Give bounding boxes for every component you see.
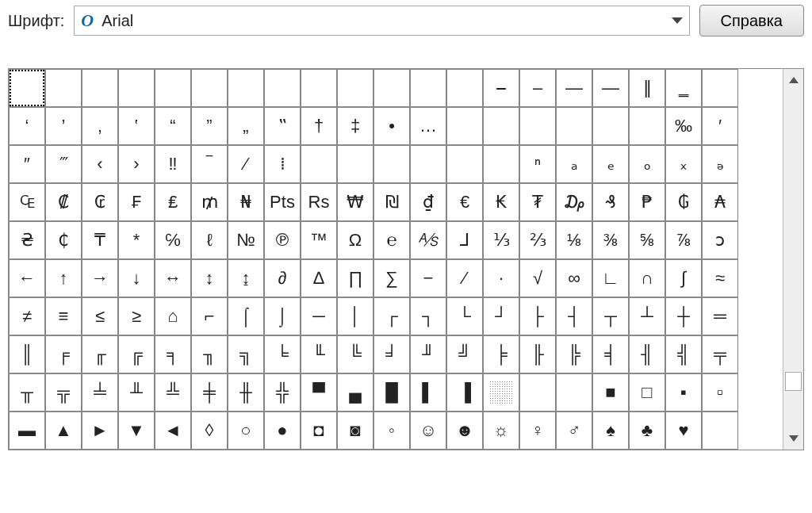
char-cell[interactable]: ₭ <box>483 183 519 221</box>
char-cell[interactable] <box>629 107 665 145</box>
char-cell[interactable]: ▬ <box>9 412 45 450</box>
char-cell[interactable]: ◄ <box>155 412 191 450</box>
char-cell[interactable]: ♀ <box>519 412 556 450</box>
char-cell[interactable]: ≈ <box>702 259 738 297</box>
char-cell[interactable]: ♂ <box>556 412 592 450</box>
char-cell[interactable]: ‒ <box>483 69 519 107</box>
char-cell[interactable]: → <box>82 259 118 297</box>
scroll-down-button[interactable] <box>783 427 803 450</box>
char-cell[interactable]: ∫ <box>665 259 702 297</box>
char-cell[interactable]: ╨ <box>118 373 155 412</box>
char-cell[interactable]: ╞ <box>483 335 519 373</box>
scroll-track[interactable] <box>783 91 803 427</box>
char-cell[interactable]: ☼ <box>483 412 519 450</box>
char-cell[interactable] <box>483 145 519 183</box>
char-cell[interactable]: ₤ <box>155 183 191 221</box>
char-cell[interactable]: ╗ <box>228 335 264 373</box>
char-cell[interactable]: ∞ <box>556 259 592 297</box>
char-cell[interactable]: ⌐ <box>191 297 228 335</box>
char-cell[interactable]: ₪ <box>373 183 410 221</box>
char-cell[interactable]: ∕ <box>446 259 483 297</box>
char-cell[interactable] <box>9 69 45 107</box>
char-cell[interactable]: ╤ <box>702 335 738 373</box>
char-cell[interactable]: ⅍ <box>410 221 446 259</box>
char-cell[interactable] <box>264 69 301 107</box>
char-cell[interactable]: ▀ <box>301 373 337 412</box>
char-cell[interactable]: ╜ <box>410 335 446 373</box>
char-cell[interactable]: ⁄ <box>228 145 264 183</box>
char-cell[interactable]: ₱ <box>629 183 665 221</box>
char-cell[interactable]: ─ <box>301 297 337 335</box>
char-cell[interactable]: ‘ <box>9 107 45 145</box>
char-cell[interactable]: ₫ <box>410 183 446 221</box>
char-cell[interactable]: ‡ <box>337 107 373 145</box>
char-cell[interactable]: ₦ <box>228 183 264 221</box>
char-cell[interactable]: ₴ <box>9 221 45 259</box>
char-cell[interactable] <box>337 69 373 107</box>
char-cell[interactable] <box>228 69 264 107</box>
char-cell[interactable]: ┴ <box>629 297 665 335</box>
char-cell[interactable]: ◦ <box>373 412 410 450</box>
char-cell[interactable]: ⌡ <box>264 297 301 335</box>
char-cell[interactable]: ╒ <box>45 335 82 373</box>
char-cell[interactable] <box>702 412 738 450</box>
char-cell[interactable]: “ <box>155 107 191 145</box>
help-button[interactable]: Справка <box>699 5 804 36</box>
char-cell[interactable] <box>82 69 118 107</box>
char-cell[interactable]: ↓ <box>118 259 155 297</box>
char-cell[interactable]: ” <box>191 107 228 145</box>
char-cell[interactable]: † <box>301 107 337 145</box>
char-cell[interactable]: Pts <box>264 183 301 221</box>
char-cell[interactable]: ┐ <box>410 297 446 335</box>
char-cell[interactable]: ╬ <box>264 373 301 412</box>
char-cell[interactable] <box>446 145 483 183</box>
char-cell[interactable]: ‛ <box>118 107 155 145</box>
char-cell[interactable]: Rs <box>301 183 337 221</box>
char-cell[interactable]: ₵ <box>45 221 82 259</box>
char-cell[interactable]: ⌂ <box>155 297 191 335</box>
char-cell[interactable]: ℮ <box>373 221 410 259</box>
char-cell[interactable]: ™ <box>301 221 337 259</box>
char-cell[interactable]: ‼ <box>155 145 191 183</box>
char-cell[interactable]: ╕ <box>155 335 191 373</box>
char-cell[interactable]: ╖ <box>191 335 228 373</box>
char-cell[interactable]: ╥ <box>9 373 45 412</box>
char-cell[interactable]: ⅜ <box>592 221 629 259</box>
char-cell[interactable]: ‚ <box>82 107 118 145</box>
char-cell[interactable]: √ <box>519 259 556 297</box>
char-cell[interactable]: │ <box>337 297 373 335</box>
char-cell[interactable]: ╫ <box>228 373 264 412</box>
char-cell[interactable]: ℗ <box>264 221 301 259</box>
char-cell[interactable]: ≥ <box>118 297 155 335</box>
scroll-thumb[interactable] <box>785 372 802 391</box>
char-cell[interactable]: ≤ <box>82 297 118 335</box>
char-cell[interactable]: ○ <box>228 412 264 450</box>
char-cell[interactable]: ₣ <box>118 183 155 221</box>
char-cell[interactable]: ► <box>82 412 118 450</box>
char-cell[interactable] <box>337 145 373 183</box>
char-cell[interactable]: — <box>556 69 592 107</box>
char-cell[interactable]: ▼ <box>118 412 155 450</box>
char-cell[interactable] <box>301 69 337 107</box>
char-cell[interactable]: ♥ <box>665 412 702 450</box>
char-cell[interactable]: ╓ <box>82 335 118 373</box>
char-cell[interactable]: ┬ <box>592 297 629 335</box>
char-cell[interactable]: ₡ <box>45 183 82 221</box>
char-cell[interactable]: ╧ <box>82 373 118 412</box>
char-cell[interactable]: ₳ <box>702 183 738 221</box>
char-cell[interactable] <box>373 69 410 107</box>
char-cell[interactable]: ‰ <box>665 107 702 145</box>
char-cell[interactable]: ▪ <box>665 373 702 412</box>
char-cell[interactable]: ╔ <box>118 335 155 373</box>
char-cell[interactable]: ₒ <box>629 145 665 183</box>
char-cell[interactable]: ⅛ <box>556 221 592 259</box>
char-cell[interactable]: ╡ <box>592 335 629 373</box>
char-cell[interactable] <box>446 107 483 145</box>
char-cell[interactable]: ⅝ <box>629 221 665 259</box>
char-cell[interactable]: ◙ <box>337 412 373 450</box>
char-cell[interactable]: ▐ <box>446 373 483 412</box>
char-cell[interactable] <box>702 69 738 107</box>
char-cell[interactable]: □ <box>629 373 665 412</box>
char-cell[interactable]: ‾ <box>191 145 228 183</box>
char-cell[interactable]: ′ <box>702 107 738 145</box>
